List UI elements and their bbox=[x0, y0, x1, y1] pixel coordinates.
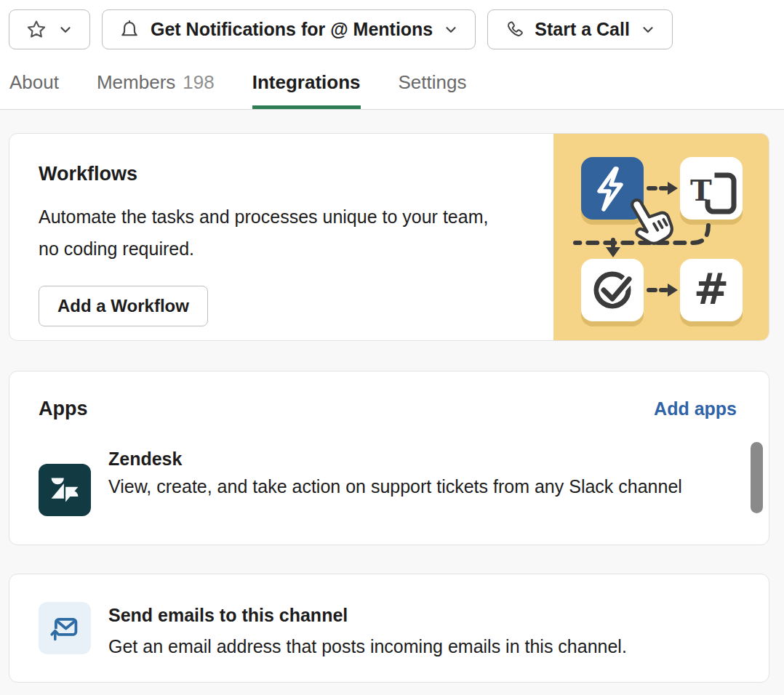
notifications-button[interactable]: Get Notifications for @ Mentions bbox=[102, 9, 476, 49]
star-icon bbox=[25, 19, 47, 41]
start-call-button[interactable]: Start a Call bbox=[487, 9, 673, 49]
bell-icon bbox=[119, 19, 140, 41]
chevron-down-icon bbox=[57, 22, 73, 38]
phone-icon bbox=[504, 20, 524, 40]
app-row-zendesk[interactable]: Zendesk View, create, and take action on… bbox=[39, 438, 737, 516]
send-emails-card[interactable]: Send emails to this channel Get an email… bbox=[9, 574, 769, 683]
add-apps-link[interactable]: Add apps bbox=[654, 398, 737, 419]
apps-card: Apps Add apps Zendesk View, create, and … bbox=[9, 371, 769, 545]
tab-settings-label: Settings bbox=[399, 71, 467, 93]
tab-members[interactable]: Members198 bbox=[97, 71, 215, 109]
text-snippet-tile: T bbox=[680, 157, 743, 220]
tab-about[interactable]: About bbox=[9, 71, 59, 109]
integrations-panel: Workflows Automate the tasks and process… bbox=[0, 110, 784, 683]
channel-hash-tile: # bbox=[680, 259, 743, 321]
add-workflow-button[interactable]: Add a Workflow bbox=[39, 286, 208, 326]
zendesk-logo bbox=[39, 464, 91, 516]
star-channel-button[interactable] bbox=[9, 9, 90, 49]
tab-integrations[interactable]: Integrations bbox=[252, 71, 361, 109]
toolbar: Get Notifications for @ Mentions Start a… bbox=[9, 9, 775, 49]
channel-detail-tabs: About Members198 Integrations Settings bbox=[9, 71, 775, 109]
workflows-title: Workflows bbox=[39, 163, 553, 185]
app-name: Zendesk bbox=[108, 448, 682, 470]
channel-header: Get Notifications for @ Mentions Start a… bbox=[0, 0, 784, 110]
workflows-description: Automate the tasks and processes unique … bbox=[39, 201, 489, 265]
notifications-button-label: Get Notifications for @ Mentions bbox=[151, 19, 433, 40]
check-circle-tile bbox=[581, 259, 644, 321]
send-emails-title: Send emails to this channel bbox=[108, 602, 627, 628]
chevron-down-icon bbox=[443, 22, 459, 38]
workflow-illustration: T bbox=[553, 134, 769, 340]
apps-title: Apps bbox=[39, 398, 88, 420]
chevron-down-icon bbox=[640, 22, 656, 38]
workflows-card-content: Workflows Automate the tasks and process… bbox=[9, 134, 553, 340]
svg-text:#: # bbox=[694, 265, 729, 314]
apps-scrollbar-thumb[interactable] bbox=[751, 442, 763, 513]
tab-about-label: About bbox=[9, 71, 59, 93]
tab-members-label: Members bbox=[97, 71, 175, 93]
start-call-button-label: Start a Call bbox=[535, 19, 630, 40]
send-emails-description: Get an email address that posts incoming… bbox=[108, 632, 627, 661]
workflows-card: Workflows Automate the tasks and process… bbox=[9, 133, 769, 341]
app-description: View, create, and take action on support… bbox=[108, 470, 682, 502]
apps-list: Zendesk View, create, and take action on… bbox=[39, 438, 737, 521]
tab-integrations-label: Integrations bbox=[252, 71, 361, 93]
tab-settings[interactable]: Settings bbox=[399, 71, 467, 109]
members-count: 198 bbox=[183, 71, 214, 93]
incoming-email-icon bbox=[39, 602, 91, 654]
